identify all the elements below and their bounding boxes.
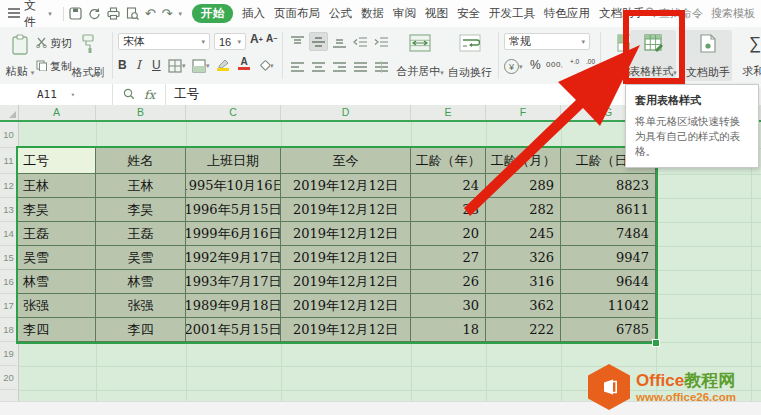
row-header-12[interactable]: 12 xyxy=(0,174,17,198)
decrease-decimal-button[interactable]: .00 xyxy=(586,58,595,65)
align-center-icon[interactable] xyxy=(309,57,328,76)
align-left-icon[interactable] xyxy=(288,57,307,76)
table-cell[interactable]: 23 xyxy=(411,198,486,222)
table-cell[interactable]: 24 xyxy=(411,174,486,198)
table-cell[interactable]: 6785 xyxy=(561,318,656,342)
menu-tab[interactable]: 数据 xyxy=(361,6,384,21)
menu-tab[interactable]: 文档助手 xyxy=(599,6,645,21)
table-cell[interactable]: 王磊 xyxy=(96,222,186,246)
insert-function-icon[interactable]: fx xyxy=(144,88,155,102)
magnifier-icon[interactable] xyxy=(123,86,135,104)
table-cell[interactable]: 1996年5月15日 xyxy=(186,198,281,222)
table-header-cell[interactable]: 工号 xyxy=(18,148,96,174)
menu-tab[interactable]: 页面布局 xyxy=(274,6,320,21)
wrap-text-button[interactable]: 自动换行 xyxy=(448,30,492,81)
cut-button[interactable]: 剪切 xyxy=(36,36,72,51)
table-header-cell[interactable]: 工龄（月） xyxy=(486,148,561,174)
highlight-color-button[interactable] xyxy=(216,58,229,71)
table-cell[interactable]: 1992年9月17日 xyxy=(186,246,281,270)
increase-decimal-button[interactable]: +.0 xyxy=(570,58,579,65)
table-cell[interactable]: 11042 xyxy=(561,294,656,318)
bold-button[interactable]: B xyxy=(118,58,127,72)
table-cell[interactable]: 30 xyxy=(411,294,486,318)
menu-tab[interactable]: 开始 xyxy=(192,4,233,23)
align-bottom-icon[interactable] xyxy=(330,32,349,51)
align-middle-icon[interactable] xyxy=(309,32,328,51)
thousands-button[interactable]: 000, xyxy=(546,60,564,69)
table-cell[interactable]: 1995年10月16日 xyxy=(186,174,281,198)
table-cell[interactable]: 316 xyxy=(486,270,561,294)
increase-indent-icon[interactable] xyxy=(372,32,391,51)
table-cell[interactable]: 王林 xyxy=(18,174,96,198)
row-header-15[interactable]: 15 xyxy=(0,246,17,270)
row-header-11[interactable]: 11 xyxy=(0,148,17,174)
formula-input[interactable]: 工号 xyxy=(166,86,199,103)
merge-center-button[interactable]: 合并居中▾ xyxy=(396,30,444,81)
table-header-cell[interactable]: 至今 xyxy=(281,148,411,174)
table-cell[interactable]: 8823 xyxy=(561,174,656,198)
row-header-20[interactable]: 20 xyxy=(0,366,17,390)
borders-button[interactable]: ▾ xyxy=(168,59,186,73)
table-cell[interactable]: 27 xyxy=(411,246,486,270)
font-size-select[interactable]: 16 ▾ xyxy=(214,33,246,50)
row-header-10[interactable]: 10 xyxy=(0,122,17,148)
column-header-B[interactable]: B xyxy=(96,105,186,120)
sum-button[interactable]: ∑ 求和▾ xyxy=(738,30,761,81)
file-menu[interactable]: 文件 ▾ xyxy=(0,0,58,31)
table-cell[interactable]: 222 xyxy=(486,318,561,342)
table-cell[interactable]: 245 xyxy=(486,222,561,246)
paste-button[interactable]: 粘贴 ▾ xyxy=(2,30,38,81)
menu-tab[interactable]: 视图 xyxy=(425,6,448,21)
table-cell[interactable]: 2001年5月15日 xyxy=(186,318,281,342)
format-painter-button[interactable]: 格式刷 xyxy=(68,30,108,81)
table-header-cell[interactable]: 上班日期 xyxy=(186,148,281,174)
decrease-font-button[interactable]: A− xyxy=(266,33,277,44)
table-cell[interactable]: 289 xyxy=(486,174,561,198)
table-cell[interactable]: 王林 xyxy=(96,174,186,198)
table-cell[interactable]: 2019年12月12日 xyxy=(281,318,411,342)
justify-icon[interactable] xyxy=(351,57,370,76)
menu-tab[interactable]: 插入 xyxy=(242,6,265,21)
increase-font-button[interactable]: A+ xyxy=(250,32,263,46)
currency-button[interactable]: ¥▾ xyxy=(504,59,523,74)
table-cell[interactable]: 林雪 xyxy=(96,270,186,294)
table-cell[interactable]: 2019年12月12日 xyxy=(281,270,411,294)
search-template[interactable]: 搜索模板 xyxy=(711,6,755,21)
table-cell[interactable]: 326 xyxy=(486,246,561,270)
italic-button[interactable]: I xyxy=(136,58,141,72)
undo-icon[interactable]: ↶ xyxy=(145,7,156,20)
toolbar-more-chevron[interactable]: ▾ xyxy=(178,10,182,18)
row-header-14[interactable]: 14 xyxy=(0,222,17,246)
table-cell[interactable]: 张强 xyxy=(18,294,96,318)
table-cell[interactable]: 282 xyxy=(486,198,561,222)
table-cell[interactable]: 26 xyxy=(411,270,486,294)
name-box[interactable]: A11 ▾ xyxy=(0,84,113,105)
font-color-button[interactable]: A xyxy=(238,57,250,70)
table-cell[interactable]: 2019年12月12日 xyxy=(281,198,411,222)
select-all-corner[interactable] xyxy=(0,105,19,120)
distributed-icon[interactable] xyxy=(372,57,391,76)
column-header-D[interactable]: D xyxy=(281,105,411,120)
table-cell[interactable]: 林雪 xyxy=(18,270,96,294)
table-cell[interactable]: 李昊 xyxy=(96,198,186,222)
menu-tab[interactable]: 审阅 xyxy=(393,6,416,21)
menu-tab[interactable]: 公式 xyxy=(329,6,352,21)
row-header-18[interactable]: 18 xyxy=(0,318,17,342)
table-cell[interactable]: 李四 xyxy=(18,318,96,342)
cell-shading-button[interactable]: ▾ xyxy=(192,59,210,73)
row-header-19[interactable]: 19 xyxy=(0,342,17,366)
doc-assistant-button[interactable]: 文档助手 xyxy=(684,30,732,81)
table-cell[interactable]: 7484 xyxy=(561,222,656,246)
table-cell[interactable]: 吴雪 xyxy=(18,246,96,270)
fill-handle[interactable] xyxy=(652,339,660,347)
table-cell[interactable]: 1993年7月17日 xyxy=(186,270,281,294)
menu-tab[interactable]: 开发工具 xyxy=(489,6,535,21)
table-cell[interactable]: 2019年12月12日 xyxy=(281,222,411,246)
percent-button[interactable]: % xyxy=(530,58,541,72)
table-cell[interactable]: 张强 xyxy=(96,294,186,318)
underline-button[interactable]: U xyxy=(152,58,161,72)
table-cell[interactable]: 18 xyxy=(411,318,486,342)
clear-format-button[interactable]: ▾ xyxy=(258,60,274,72)
column-header-C[interactable]: C xyxy=(186,105,281,120)
align-right-icon[interactable] xyxy=(330,57,349,76)
